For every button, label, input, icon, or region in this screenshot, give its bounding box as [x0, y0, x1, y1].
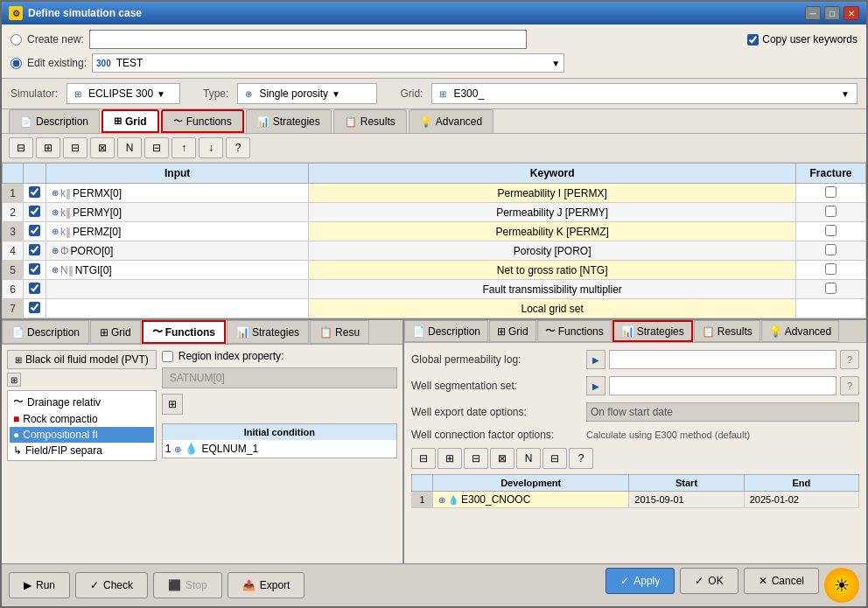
tool-btn-3[interactable]: ⊟: [63, 137, 88, 158]
export-button[interactable]: 📤 Export: [228, 572, 305, 598]
prop-item-compositional[interactable]: ● Compositional fl: [10, 427, 154, 443]
table-row: 6 Fault transmissibility multiplier: [3, 280, 866, 299]
add-init-btn[interactable]: ⊞: [162, 394, 183, 415]
right-tool-help[interactable]: ?: [569, 448, 593, 469]
tool-btn-help[interactable]: ?: [226, 137, 250, 158]
right-tab-functions[interactable]: 〜 Functions: [537, 320, 612, 342]
right-panel-content: Global permeability log: ▶ ? Well segmen…: [404, 343, 866, 563]
global-perm-input[interactable]: [609, 350, 836, 369]
row-1-fracture[interactable]: [825, 186, 836, 198]
run-button[interactable]: ▶ Run: [9, 572, 70, 598]
left-tab-strategies[interactable]: 📊 Strategies: [227, 320, 309, 344]
region-index-checkbox[interactable]: [162, 351, 173, 362]
tool-btn-6[interactable]: ⊟: [144, 137, 169, 158]
left-tab-functions[interactable]: 〜 Functions: [142, 320, 226, 344]
status-bar: ▶ Run ✓ Check ⬛ Stop 📤 Export ✓ Apply ✓: [2, 563, 866, 606]
well-seg-help-btn[interactable]: ?: [840, 376, 859, 395]
right-tab-results[interactable]: 📋 Results: [694, 320, 760, 342]
stop-button[interactable]: ⬛ Stop: [153, 572, 222, 598]
pvt-label: Black oil fluid model (PVT): [25, 353, 149, 366]
global-perm-help-btn[interactable]: ?: [840, 350, 859, 369]
tool-btn-1[interactable]: ⊟: [9, 137, 33, 158]
row-4-fracture[interactable]: [825, 244, 836, 255]
left-func-icon: 〜: [152, 325, 163, 339]
tool-btn-7[interactable]: ↑: [172, 137, 196, 158]
create-new-input[interactable]: [89, 30, 527, 49]
init-value: EQLNUM_1: [201, 443, 258, 455]
functions-tab-icon: 〜: [173, 115, 183, 128]
grid-combo[interactable]: ⊞ E300_ ▼: [431, 83, 858, 104]
tab-results[interactable]: 📋 Results: [333, 109, 407, 133]
tab-strategies[interactable]: 📊 Strategies: [246, 109, 332, 133]
row-6-check[interactable]: [29, 283, 40, 294]
tab-description[interactable]: 📄 Description: [9, 109, 100, 133]
right-tool-2[interactable]: ⊞: [438, 448, 462, 469]
titlebar: ⚙ Define simulation case ─ □ ✕: [2, 2, 866, 24]
cancel-x-icon: ✕: [759, 575, 767, 587]
row-3-check[interactable]: [29, 225, 40, 236]
maximize-button[interactable]: □: [824, 6, 840, 20]
simulator-combo[interactable]: ⊞ ECLIPSE 300 ▼: [66, 83, 180, 104]
dev-name-value: E300_CNOOC: [461, 493, 530, 506]
right-tool-4[interactable]: ⊠: [490, 448, 514, 469]
row-2-fracture[interactable]: [825, 206, 836, 217]
row-5-fracture[interactable]: [825, 263, 836, 275]
well-seg-arrow-btn[interactable]: ▶: [586, 376, 606, 395]
right-tool-6[interactable]: ⊟: [542, 448, 567, 469]
field-label: Field/FIP separa: [25, 444, 102, 457]
well-export-input-group: On flow start date: [586, 402, 859, 422]
cancel-button[interactable]: ✕ Cancel: [744, 568, 819, 594]
right-tab-strategies[interactable]: 📊 Strategies: [612, 320, 693, 342]
well-seg-input[interactable]: [609, 376, 836, 395]
grid-value: E300_: [453, 87, 484, 100]
row-2-check[interactable]: [29, 206, 40, 217]
tab-advanced[interactable]: 💡 Advanced: [409, 109, 494, 133]
type-label: Type:: [203, 87, 228, 100]
type-combo[interactable]: ⊕ Single porosity ▼: [237, 83, 377, 104]
apply-button[interactable]: ✓ Apply: [606, 568, 675, 594]
copy-user-keywords-checkbox[interactable]: [747, 34, 759, 45]
prop-item-field[interactable]: ↳ Field/FIP separa: [10, 443, 154, 458]
tool-btn-2[interactable]: ⊞: [36, 137, 60, 158]
tab-functions[interactable]: 〜 Functions: [161, 109, 244, 133]
minimize-button[interactable]: ─: [805, 6, 821, 20]
global-perm-arrow-btn[interactable]: ▶: [586, 350, 606, 369]
advanced-tab-icon: 💡: [420, 116, 432, 128]
right-tool-3[interactable]: ⊟: [464, 448, 488, 469]
right-tool-5[interactable]: N: [516, 448, 541, 469]
dev-end-cell: 2025-01-02: [744, 492, 858, 508]
pvt-button[interactable]: ⊞ Black oil fluid model (PVT): [7, 350, 157, 369]
left-tab-results[interactable]: 📋 Resu: [310, 320, 369, 344]
row-4-check[interactable]: [29, 244, 40, 255]
well-export-dropdown[interactable]: On flow start date: [586, 402, 859, 422]
create-new-radio[interactable]: [10, 34, 22, 45]
row-1-check[interactable]: [29, 186, 40, 198]
left-panel: 📄 Description ⊞ Grid 〜 Functions 📊 Strat…: [2, 320, 404, 563]
right-tab-grid[interactable]: ⊞ Grid: [489, 320, 536, 342]
left-tab-description[interactable]: 📄 Description: [2, 320, 89, 344]
row-6-fracture[interactable]: [825, 283, 836, 294]
check-button[interactable]: ✓ Check: [75, 572, 148, 598]
prop-item-rock[interactable]: ■ Rock compactio: [10, 411, 154, 427]
edit-existing-radio[interactable]: [10, 58, 22, 69]
right-tab-description[interactable]: 📄 Description: [404, 320, 488, 342]
edit-existing-combo[interactable]: 300 TEST ▼: [92, 53, 564, 73]
row-7-check[interactable]: [29, 302, 40, 313]
tool-btn-4[interactable]: ⊠: [90, 137, 115, 158]
prop-item-drainage[interactable]: 〜 Drainage relativ: [10, 393, 154, 411]
left-tab-grid[interactable]: ⊞ Grid: [90, 320, 141, 344]
table-row: 5 ⊕N‖NTGI[0] Net to gross ratio [NTG]: [3, 261, 866, 280]
tool-btn-8[interactable]: ↓: [199, 137, 223, 158]
tab-grid[interactable]: ⊞ Grid: [102, 109, 159, 133]
ok-button[interactable]: ✓ OK: [680, 568, 738, 594]
rock-label: Rock compactio: [23, 413, 97, 425]
cancel-label: Cancel: [772, 575, 804, 587]
tool-btn-5[interactable]: N: [117, 137, 142, 158]
row-5-check[interactable]: [29, 263, 40, 275]
pvt-sub-btn[interactable]: ⊞: [7, 373, 21, 387]
row-3-fracture[interactable]: [825, 225, 836, 236]
right-tool-1[interactable]: ⊟: [411, 448, 436, 469]
pvt-icon: ⊞: [15, 355, 22, 365]
close-button[interactable]: ✕: [844, 6, 859, 20]
right-tab-advanced[interactable]: 💡 Advanced: [761, 320, 839, 342]
